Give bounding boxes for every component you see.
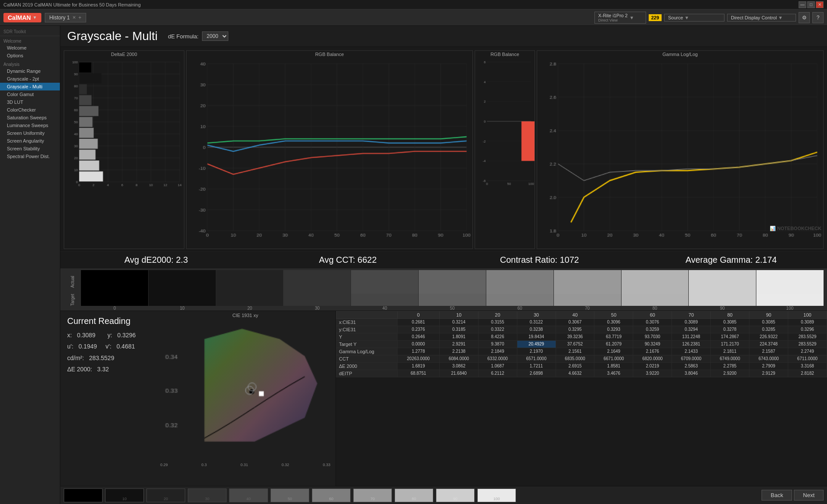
table-cell: 6749.0000 <box>711 355 749 362</box>
tab-add-icon[interactable]: + <box>78 15 81 21</box>
table-cell-label: dEITP <box>336 370 398 377</box>
table-cell: 1.7211 <box>517 362 556 370</box>
swatch-label-20: 20 <box>216 306 283 311</box>
table-row: CCT20263.00006084.00006332.00006571.0000… <box>336 355 827 362</box>
th-0: 0 <box>397 311 439 318</box>
bottom-nav-buttons: Back Next <box>762 490 824 501</box>
de-formula-label: dE Formula: <box>168 33 199 40</box>
swatch-target-60 <box>486 294 553 306</box>
rgb-balance-2-title: RGB Balance <box>475 51 535 58</box>
device-selector[interactable]: X-Rite i1Pro 2 Direct View ▼ <box>594 12 646 24</box>
sidebar-item-screen-stability[interactable]: Screen Stability <box>0 145 60 152</box>
source-selector[interactable]: Source ▼ <box>664 14 724 22</box>
toolbar-right: X-Rite i1Pro 2 Direct View ▼ 229 Source … <box>594 12 824 24</box>
gamma-value: 2.174 <box>755 255 777 264</box>
gamma-chart: Gamma Log/Log 📊 NOTEBOOKCHECK <box>537 50 824 249</box>
bottom-swatch-10: 10 <box>105 488 144 502</box>
table-cell: 3.8046 <box>672 370 711 377</box>
gamma-canvas <box>537 58 823 249</box>
y-val: 0.3296 <box>117 332 136 339</box>
contrast-value: 1072 <box>560 255 579 264</box>
ddc-selector[interactable]: Direct Display Control ▼ <box>727 14 796 22</box>
table-cell: 126.2381 <box>672 340 711 348</box>
help-button[interactable]: ? <box>812 12 824 23</box>
contrast-label: Contrast Ratio: <box>500 255 557 264</box>
table-cell: 20.4929 <box>517 340 556 348</box>
table-cell: 2.5863 <box>672 362 711 370</box>
sidebar-item-grayscale-multi[interactable]: Grayscale - Multi <box>0 83 60 90</box>
close-button[interactable]: ✕ <box>816 1 824 8</box>
table-cell: 3.3168 <box>788 362 827 370</box>
table-cell: 2.6898 <box>517 370 556 377</box>
swatch-actual-10 <box>149 270 216 294</box>
reading-cie-panel: Current Reading x: 0.3089 y: 0.3296 u': … <box>60 311 336 486</box>
swatch-label-0: 0 <box>81 306 149 311</box>
table-row: Target Y0.00002.92919.387020.492937.6752… <box>336 340 827 348</box>
minimize-button[interactable]: — <box>799 1 806 8</box>
settings-button[interactable]: ⚙ <box>799 12 810 23</box>
swatch-target-row: Target <box>64 294 824 306</box>
table-cell: 1.6819 <box>397 362 439 370</box>
swatch-label-90: 90 <box>689 306 756 311</box>
stats-row: Avg dE2000: 2.3 Avg CCT: 6622 Contrast R… <box>60 251 827 268</box>
sidebar-toolkit-label: SDR Toolkit <box>0 28 60 36</box>
ddc-label: Direct Display Control <box>731 15 777 20</box>
table-cell: 6709.0000 <box>672 355 711 362</box>
table-cell: 4.6632 <box>556 370 594 377</box>
table-cell: 93.7030 <box>633 333 672 340</box>
de-formula-row: dE Formula: 2000 76 ITP <box>165 30 232 43</box>
swatch-label-30: 30 <box>283 306 351 311</box>
sidebar-item-colorchecker[interactable]: ColorChecker <box>0 106 60 114</box>
sidebar-item-luminance-sweeps[interactable]: Luminance Sweeps <box>0 121 60 129</box>
table-cell: 2.2749 <box>788 348 827 355</box>
next-button[interactable]: Next <box>794 490 824 501</box>
table-cell: 6.2112 <box>478 370 517 377</box>
data-table: 0 10 20 30 40 50 60 70 80 90 100 <box>336 311 827 377</box>
swatch-actual-80 <box>622 270 689 294</box>
cie-x-0: 0.29 <box>160 463 168 467</box>
titlebar: CalMAN 2019 CalMAN Ultimate for Business… <box>0 0 827 9</box>
sidebar-item-dynamic-range[interactable]: Dynamic Range <box>0 67 60 75</box>
sidebar-item-3d-lut[interactable]: 3D LUT <box>0 98 60 106</box>
de-formula-select[interactable]: 2000 76 ITP <box>202 31 228 41</box>
table-cell: 0.3067 <box>556 318 594 326</box>
reading-de-row: ΔE 2000: 3.32 <box>67 364 148 375</box>
sidebar-item-screen-angularity[interactable]: Screen Angularity <box>0 137 60 145</box>
bottom-swatch-90: 90 <box>436 488 475 502</box>
th-100: 100 <box>788 311 827 318</box>
swatch-actual-70 <box>554 270 621 294</box>
table-cell: 2.1561 <box>556 348 594 355</box>
y-label: y: <box>108 332 112 339</box>
table-cell-label: Y <box>336 333 398 340</box>
sidebar-item-options[interactable]: Options <box>0 52 60 59</box>
maximize-button[interactable]: □ <box>807 1 815 8</box>
table-cell: 0.3089 <box>672 318 711 326</box>
table-cell: 63.7719 <box>594 333 633 340</box>
table-cell: 283.5529 <box>788 333 827 340</box>
table-cell: 8.4226 <box>478 333 517 340</box>
bottom-swatch-60: 60 <box>312 488 351 502</box>
table-row: dEITP68.875121.68406.21122.68984.66323.4… <box>336 370 827 377</box>
watermark: 📊 NOTEBOOKCHECK <box>770 226 821 231</box>
avg-cct-label: Avg CCT: <box>319 255 355 264</box>
table-row: Gamma Log/Log1.27782.21382.18492.19702.1… <box>336 348 827 355</box>
sidebar-item-screen-uniformity[interactable]: Screen Uniformity <box>0 129 60 137</box>
sidebar-item-grayscale-2pt[interactable]: Grayscale - 2pt <box>0 75 60 83</box>
swatches-section: Actual Target <box>60 268 827 311</box>
th-80: 80 <box>711 311 749 318</box>
tab-close-icon[interactable]: ✕ <box>72 15 76 20</box>
back-button[interactable]: Back <box>762 490 792 501</box>
sidebar-item-spectral-power[interactable]: Spectral Power Dist. <box>0 152 60 160</box>
cd-label: cd/m²: <box>67 355 84 361</box>
sidebar-item-saturation-sweeps[interactable]: Saturation Sweeps <box>0 114 60 121</box>
avg-de-value: 2.3 <box>176 255 188 264</box>
sidebar-item-color-gamut[interactable]: Color Gamut <box>0 90 60 98</box>
bottom-swatch-50: 50 <box>270 488 309 502</box>
table-cell: 0.3122 <box>517 318 556 326</box>
history-tab[interactable]: History 1 ✕ + <box>45 13 86 22</box>
swatch-actual-90 <box>689 270 756 294</box>
table-cell-label: x:CIE31 <box>336 318 398 326</box>
table-cell: 21.6840 <box>439 370 478 377</box>
table-cell: 68.8751 <box>397 370 439 377</box>
sidebar-item-welcome[interactable]: Welcome <box>0 44 60 52</box>
